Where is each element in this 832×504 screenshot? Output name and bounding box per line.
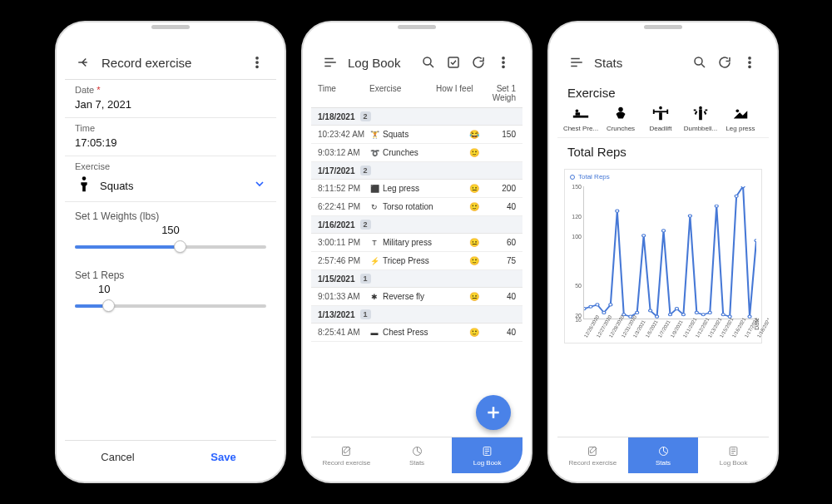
svg-point-12: [695, 57, 702, 65]
add-fab-button[interactable]: [476, 395, 511, 430]
set1-weight-section: Set 1 Weights (lbs) 150: [65, 202, 276, 258]
exercise-label: Exercise: [65, 156, 276, 171]
tab-record-exercise[interactable]: Record exercise: [557, 437, 628, 473]
col-weight: Set 1 Weigh: [474, 84, 516, 102]
svg-point-53: [755, 240, 756, 242]
tab-label: Stats: [409, 459, 424, 467]
chart-legend: Total Reps: [570, 173, 610, 180]
total-reps-chart: Total Reps 162050100120150 12/26/202012/…: [564, 169, 762, 343]
date-group-header: 1/15/20211: [311, 270, 522, 288]
chart-title: Total Reps: [557, 138, 769, 162]
time-field[interactable]: 17:05:19: [65, 133, 276, 156]
svg-point-37: [649, 309, 652, 312]
exercise-label: Chest Pre...: [563, 125, 598, 132]
log-row[interactable]: 3:00:11 PMTMilitary press😐60: [311, 234, 522, 252]
svg-point-42: [681, 314, 685, 316]
exercise-item[interactable]: Dumbbell...: [682, 103, 719, 132]
save-button[interactable]: Save: [171, 441, 276, 473]
set1-weight-label: Set 1 Weights (lbs): [75, 210, 266, 222]
svg-rect-5: [448, 57, 458, 67]
back-arrow-icon[interactable]: [74, 52, 94, 72]
svg-point-48: [721, 314, 725, 316]
exercise-icon: [569, 103, 592, 125]
log-row[interactable]: 10:23:42 AM🏋Squats😂150: [311, 126, 522, 144]
set1-reps-slider[interactable]: [75, 299, 266, 314]
log-row[interactable]: 9:03:12 AM➰Crunches🙂: [311, 144, 522, 162]
refresh-icon[interactable]: [468, 52, 488, 72]
tab-label: Record exercise: [568, 459, 617, 467]
exercise-label: Crunches: [607, 125, 635, 132]
svg-point-3: [82, 176, 87, 180]
exercise-item[interactable]: Deadlift: [642, 103, 679, 132]
log-row[interactable]: 2:57:46 PM⚡Tricep Press🙂75: [311, 252, 522, 270]
svg-point-51: [741, 186, 745, 188]
svg-point-14: [749, 62, 750, 63]
log-row[interactable]: 9:01:33 AM✱Reverse fly😐40: [311, 288, 522, 306]
exercise-item[interactable]: Crunches: [602, 103, 639, 132]
svg-rect-25: [706, 110, 708, 111]
svg-point-8: [503, 66, 504, 67]
svg-point-32: [616, 210, 619, 212]
set1-reps-section: Set 1 Reps 10: [65, 258, 276, 317]
phone-record-exercise: Record exercise Date * Jan 7, 2021 Time …: [55, 21, 286, 483]
page-title: Stats: [589, 56, 687, 70]
svg-point-40: [668, 314, 671, 316]
tab-stats[interactable]: Stats: [382, 437, 453, 473]
exercise-dropdown[interactable]: Squats: [65, 171, 276, 202]
more-vert-icon[interactable]: [493, 52, 513, 72]
page-title: Log Book: [343, 56, 416, 70]
set1-reps-label: Set 1 Reps: [75, 269, 266, 281]
log-row[interactable]: 8:25:41 AM▬Chest Press🙂40: [311, 324, 522, 342]
page-title: Record exercise: [97, 56, 245, 70]
svg-point-6: [503, 57, 504, 59]
date-group-header: 1/16/20212: [311, 216, 522, 234]
squat-icon: [75, 175, 93, 196]
refresh-icon[interactable]: [715, 52, 735, 72]
svg-point-31: [609, 304, 612, 306]
menu-icon[interactable]: [320, 52, 340, 72]
svg-point-23: [699, 106, 702, 110]
more-vert-icon[interactable]: [740, 52, 760, 72]
svg-point-19: [659, 106, 662, 110]
tab-logbook[interactable]: Log Book: [698, 437, 769, 473]
log-list: 1/18/2021210:23:42 AM🏋Squats😂1509:03:12 …: [311, 108, 522, 342]
exercise-item[interactable]: Leg press: [722, 103, 759, 132]
tab-record-exercise[interactable]: Record exercise: [311, 437, 382, 473]
svg-rect-22: [666, 110, 668, 115]
svg-rect-16: [573, 116, 588, 118]
svg-rect-20: [654, 111, 668, 112]
svg-point-0: [256, 57, 258, 59]
col-exercise: Exercise: [369, 84, 436, 102]
svg-point-44: [695, 311, 698, 314]
tab-stats[interactable]: Stats: [628, 437, 699, 473]
date-field[interactable]: Jan 7, 2021: [65, 95, 276, 118]
search-icon[interactable]: [690, 52, 710, 72]
menu-icon[interactable]: [567, 52, 587, 72]
svg-point-45: [701, 314, 705, 316]
svg-point-46: [708, 311, 711, 314]
more-vert-icon[interactable]: [247, 52, 267, 72]
tab-logbook[interactable]: Log Book: [452, 437, 522, 473]
checklist-icon[interactable]: [443, 52, 463, 72]
log-row[interactable]: 8:11:52 PM⬛Leg press😐200: [311, 180, 522, 198]
svg-point-15: [749, 66, 750, 67]
set1-weight-slider[interactable]: [75, 240, 266, 254]
exercise-strip[interactable]: Chest Pre...CrunchesDeadliftDumbbell...L…: [557, 103, 769, 138]
svg-point-47: [715, 205, 718, 207]
time-label: Time: [65, 118, 276, 133]
phone-stats: Stats Exercise Chest Pre...CrunchesDeadl…: [547, 21, 779, 483]
exercise-value: Squats: [93, 180, 253, 192]
log-row[interactable]: 6:22:41 PM↻Torso rotation🙂40: [311, 198, 522, 216]
set1-reps-value: 10: [75, 283, 266, 295]
exercise-icon: [649, 103, 672, 125]
exercise-icon: [729, 103, 752, 125]
col-time: Time: [318, 84, 369, 102]
cancel-button[interactable]: Cancel: [65, 441, 171, 473]
search-icon[interactable]: [418, 52, 438, 72]
svg-point-27: [584, 308, 586, 310]
svg-point-7: [503, 62, 504, 63]
svg-point-13: [749, 57, 750, 59]
exercise-item[interactable]: Chest Pre...: [562, 103, 599, 132]
svg-point-43: [688, 215, 691, 217]
svg-point-52: [748, 315, 751, 318]
